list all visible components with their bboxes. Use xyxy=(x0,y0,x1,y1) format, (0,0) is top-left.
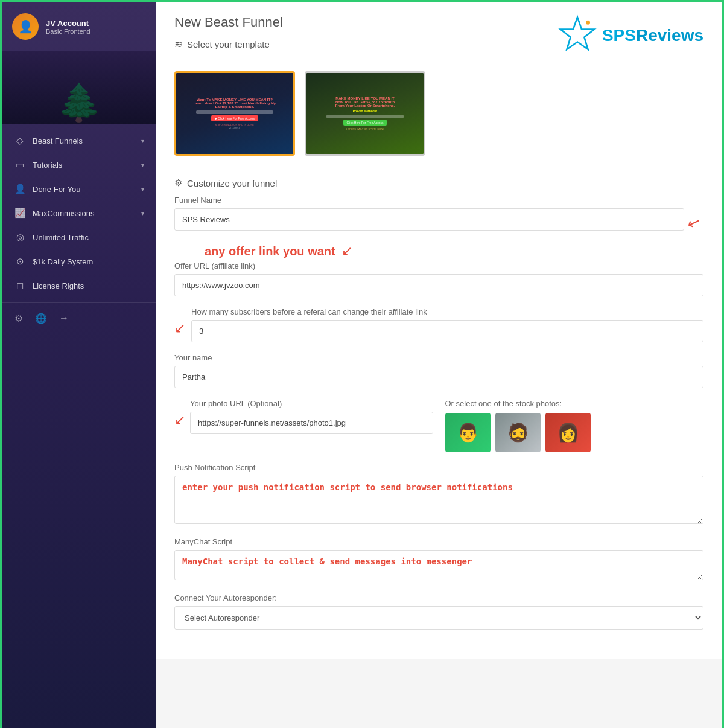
unlimited-traffic-icon: ◎ xyxy=(14,232,25,243)
tmpl2-cta-btn: Click Here For Free Access xyxy=(343,120,387,126)
sidebar-footer: ⚙ 🌐 → xyxy=(2,302,156,334)
beast-funnels-icon: ◇ xyxy=(14,135,25,146)
funnel-name-input[interactable] xyxy=(174,208,684,231)
select-template-label: ≋ Select your template xyxy=(174,39,283,50)
funnel-name-arrow: ↙ xyxy=(684,194,710,234)
page-title-area: New Beast Funnel ≋ Select your template xyxy=(174,14,283,59)
tmpl2-title: MAKE MONEY LIKE YOU MEAN ITNow You Can G… xyxy=(335,97,395,107)
your-name-input[interactable] xyxy=(174,366,703,388)
template-preview-1: Want To MAKE MONEY LIKE YOU MEAN IT?Lear… xyxy=(176,73,293,154)
chevron-down-icon: ▾ xyxy=(141,210,144,217)
main-content: New Beast Funnel ≋ Select your template … xyxy=(156,2,722,728)
chevron-down-icon: ▾ xyxy=(141,162,144,168)
chevron-down-icon: ▾ xyxy=(141,138,144,144)
sidebar-item-label: $1k Daily System xyxy=(33,257,93,266)
sidebar-item-done-for-you[interactable]: 👤 Done For You ▾ xyxy=(2,177,156,201)
tutorials-icon: ▭ xyxy=(14,159,25,170)
autoresponder-label: Connect Your Autoresponder: xyxy=(174,593,703,602)
tmpl2-email-input xyxy=(326,115,403,118)
stock-photo-3[interactable]: 👩 xyxy=(545,413,591,452)
sidebar-header: 👤 JV Account Basic Frontend xyxy=(2,2,156,51)
photo-url-label: Your photo URL (Optional) xyxy=(190,399,433,408)
any-offer-annotation: any offer link you want xyxy=(205,244,335,258)
tmpl1-cta-btn: ▶ Click Here For Free Access xyxy=(211,115,258,121)
license-rights-icon: ◻ xyxy=(14,280,25,291)
sliders-icon: ⚙ xyxy=(174,177,182,188)
sidebar-item-1k-daily-system[interactable]: ⊙ $1k Daily System xyxy=(2,249,156,273)
funnel-name-section: Funnel Name ↙ xyxy=(174,196,703,232)
page-title: New Beast Funnel xyxy=(174,14,283,30)
sidebar-item-beast-funnels[interactable]: ◇ Beast Funnels ▾ xyxy=(2,129,156,153)
user-role: Basic Frontend xyxy=(46,28,91,35)
funnel-name-label: Funnel Name xyxy=(174,196,684,205)
funnel-name-group: Funnel Name xyxy=(174,196,684,231)
sidebar-item-label: Done For You xyxy=(33,185,81,194)
photo-section: ↙ Your photo URL (Optional) Or select on… xyxy=(174,399,703,452)
tmpl1-date: 2/11/2019 xyxy=(229,126,240,129)
tmpl2-proven: Proven Methods! xyxy=(353,109,378,113)
form-area: ⚙ Customize your funnel Funnel Name ↙ an… xyxy=(156,168,722,659)
tmpl2-spots: 6 SPOTS DAILY OR SPOTS GONE xyxy=(346,127,384,130)
photo-url-input[interactable] xyxy=(190,412,433,434)
subscribers-label: How many subscribers before a referal ca… xyxy=(191,307,703,316)
settings-icon[interactable]: ⚙ xyxy=(14,313,23,324)
person-icon-2: 🧔 xyxy=(507,422,529,443)
sidebar-item-label: MaxCommissions xyxy=(33,209,95,218)
stock-photo-1[interactable]: 👨 xyxy=(445,413,491,452)
manychat-textarea[interactable]: ManyChat script to collect & send messag… xyxy=(174,550,703,580)
chevron-down-icon: ▾ xyxy=(141,186,144,193)
layers-icon: ≋ xyxy=(174,39,182,50)
push-notification-section: Push Notification Script enter your push… xyxy=(174,463,703,526)
person-icon-1: 👨 xyxy=(457,422,479,443)
template-card-2[interactable]: MAKE MONEY LIKE YOU MEAN ITNow You Can G… xyxy=(305,71,425,156)
autoresponder-section: Connect Your Autoresponder: Select Autor… xyxy=(174,593,703,630)
manychat-label: ManyChat Script xyxy=(174,537,703,546)
autoresponder-select[interactable]: Select Autoresponder xyxy=(174,606,703,630)
template-card-1[interactable]: Want To MAKE MONEY LIKE YOU MEAN IT?Lear… xyxy=(174,71,295,156)
sidebar-item-label: Unlimited Traffic xyxy=(33,233,89,242)
template-preview-2: MAKE MONEY LIKE YOU MEAN ITNow You Can G… xyxy=(306,73,424,154)
stock-photos-label: Or select one of the stock photos: xyxy=(445,399,704,408)
sidebar-item-label: Beast Funnels xyxy=(33,136,83,145)
offer-arrow-icon: ↙ xyxy=(341,243,352,259)
sidebar-item-maxcommissions[interactable]: 📈 MaxCommissions ▾ xyxy=(2,201,156,225)
your-name-section: Your name xyxy=(174,353,703,388)
manychat-section: ManyChat Script ManyChat script to colle… xyxy=(174,537,703,583)
photo-arrow: ↙ xyxy=(174,399,185,428)
logout-icon[interactable]: → xyxy=(59,313,69,324)
subscribers-input[interactable] xyxy=(191,320,703,342)
avatar: 👤 xyxy=(12,13,39,40)
subscribers-section: ↙ How many subscribers before a referal … xyxy=(174,307,703,342)
sps-star-logo xyxy=(556,14,599,57)
sidebar-tree-background xyxy=(2,51,156,124)
templates-row: Want To MAKE MONEY LIKE YOU MEAN IT?Lear… xyxy=(156,65,722,168)
stock-photos-col: Or select one of the stock photos: 👨 🧔 👩 xyxy=(445,399,704,452)
sidebar: 👤 JV Account Basic Frontend ◇ Beast Funn… xyxy=(2,2,156,728)
sidebar-item-license-rights[interactable]: ◻ License Rights xyxy=(2,273,156,298)
done-for-you-icon: 👤 xyxy=(14,184,25,194)
sidebar-item-unlimited-traffic[interactable]: ◎ Unlimited Traffic xyxy=(2,225,156,249)
offer-annotation-row: any offer link you want ↙ xyxy=(174,243,703,259)
main-header: New Beast Funnel ≋ Select your template … xyxy=(156,2,722,65)
tmpl1-title: Want To MAKE MONEY LIKE YOU MEAN IT?Lear… xyxy=(194,98,276,109)
push-notification-textarea[interactable]: enter your push notification script to s… xyxy=(174,476,703,524)
offer-url-label: Offer URL (affiliate link) xyxy=(174,261,703,270)
stock-photos-row: 👨 🧔 👩 xyxy=(445,413,704,452)
photo-url-col: ↙ Your photo URL (Optional) xyxy=(174,399,433,434)
subscribers-arrow: ↙ xyxy=(174,307,185,336)
offer-url-section: any offer link you want ↙ Offer URL (aff… xyxy=(174,243,703,296)
sidebar-item-label: License Rights xyxy=(33,281,84,290)
your-name-label: Your name xyxy=(174,353,703,362)
stock-photo-2[interactable]: 🧔 xyxy=(495,413,541,452)
globe-icon[interactable]: 🌐 xyxy=(35,313,47,324)
1k-daily-system-icon: ⊙ xyxy=(14,256,25,267)
sidebar-item-label: Tutorials xyxy=(33,161,62,170)
tmpl1-email-input xyxy=(196,110,273,114)
subscribers-group: How many subscribers before a referal ca… xyxy=(191,307,703,342)
logo-area: SPSReviews xyxy=(556,14,703,57)
sidebar-item-tutorials[interactable]: ▭ Tutorials ▾ xyxy=(2,153,156,177)
push-notification-label: Push Notification Script xyxy=(174,463,703,472)
sidebar-nav: ◇ Beast Funnels ▾ ▭ Tutorials ▾ 👤 Done F… xyxy=(2,124,156,302)
svg-point-1 xyxy=(586,21,590,25)
offer-url-input[interactable] xyxy=(174,274,703,296)
